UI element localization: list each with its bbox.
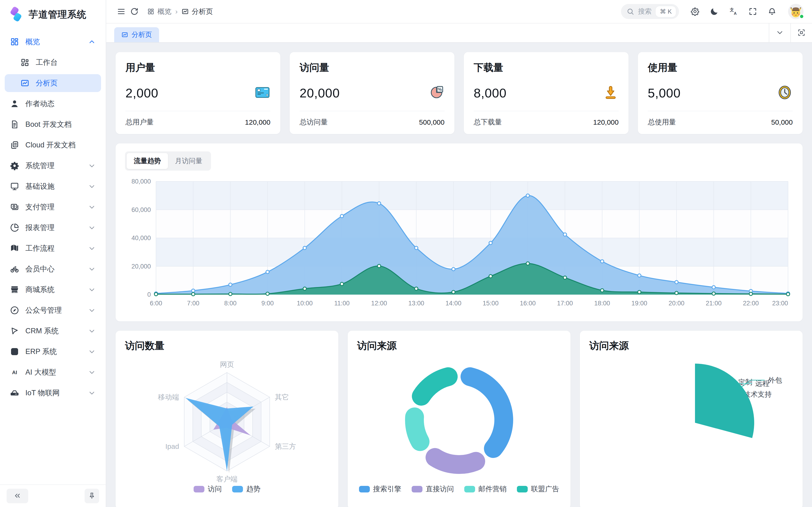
chevron-down-icon — [88, 244, 96, 252]
sidebar-item-label: 作者动态 — [26, 99, 96, 109]
dark-mode-button[interactable] — [708, 5, 721, 18]
logo-row[interactable]: 芋道管理系统 — [0, 0, 106, 27]
sidebar-item-gear[interactable]: 系统管理 — [5, 157, 101, 175]
svg-text:21:00: 21:00 — [706, 300, 722, 307]
chevron-down-icon — [88, 224, 96, 232]
sidebar-item-iot[interactable]: IoT 物联网 — [5, 384, 101, 402]
legend-item[interactable]: 直接访问 — [412, 484, 454, 494]
sidebar-footer — [0, 485, 106, 507]
svg-text:6:00: 6:00 — [150, 300, 162, 307]
tab-traffic-trend[interactable]: 流量趋势 — [126, 153, 168, 169]
panel-title: 访问来源 — [357, 339, 561, 352]
file-icon — [10, 120, 19, 129]
sidebar-item-payment[interactable]: 支付管理 — [5, 198, 101, 216]
stat-footer-value: 120,000 — [245, 118, 270, 126]
sidebar-item-label: 支付管理 — [26, 202, 88, 212]
sidebar-item-user[interactable]: 作者动态 — [5, 95, 101, 113]
sidebar-item-store[interactable]: 商城系统 — [5, 281, 101, 298]
legend-item[interactable]: 搜索引擎 — [359, 484, 401, 494]
sidebar-item-monitor[interactable]: 基础设施 — [5, 177, 101, 195]
sidebar-item-files[interactable]: Cloud 开发文档 — [5, 136, 101, 154]
legend-label: 访问 — [208, 484, 222, 494]
svg-text:移动端: 移动端 — [158, 393, 179, 401]
svg-text:19:00: 19:00 — [631, 300, 647, 307]
sidebar-collapse-button[interactable] — [7, 489, 28, 503]
legend-item[interactable]: 联盟广告 — [517, 484, 559, 494]
stat-title: 下载量 — [474, 61, 619, 74]
breadcrumb-item-analysis[interactable]: 分析页 — [182, 7, 213, 16]
sidebar-item-dashboard[interactable]: 概览 — [5, 33, 101, 51]
monitor-icon — [10, 182, 19, 191]
sidebar-toggle-button[interactable] — [115, 5, 128, 18]
legend-swatch — [412, 486, 422, 493]
chevron-down-icon — [88, 162, 96, 170]
legend-label: 联盟广告 — [531, 484, 559, 494]
tab-analysis[interactable]: 分析页 — [114, 27, 159, 42]
svg-text:16:00: 16:00 — [520, 300, 536, 307]
traffic-trend-card: 流量趋势 月访问量 020,00040,00060,00080,0006:007… — [116, 144, 803, 321]
svg-text:客户端: 客户端 — [216, 475, 238, 483]
chevron-down-icon — [88, 265, 96, 273]
search-input[interactable]: 搜索 ⌘ K — [621, 4, 679, 19]
legend-swatch — [359, 486, 370, 493]
breadcrumb-item-overview[interactable]: 概览 — [147, 7, 171, 16]
app-logo-icon — [8, 7, 23, 22]
traffic-trend-chart: 020,00040,00060,00080,0006:007:008:009:0… — [125, 175, 793, 316]
refresh-icon — [130, 7, 139, 16]
chart-line-icon — [121, 31, 128, 38]
erp-icon: E — [10, 347, 19, 356]
stat-footer-label: 总访问量 — [300, 117, 328, 127]
svg-text:12:00: 12:00 — [371, 300, 387, 307]
sidebar-item-label: Cloud 开发文档 — [26, 140, 96, 150]
sidebar-item-workbench[interactable]: 工作台 — [5, 54, 101, 71]
svg-text:远程: 远程 — [755, 380, 769, 387]
stat-footer-label: 总用户量 — [125, 117, 154, 127]
svg-text:20:00: 20:00 — [669, 300, 684, 307]
svg-text:8:00: 8:00 — [224, 300, 237, 307]
content-fullscreen-button[interactable] — [791, 23, 812, 42]
trend-segmented-control: 流量趋势 月访问量 — [125, 151, 211, 171]
legend-label: 直接访问 — [426, 484, 454, 494]
pie-percent-icon: % — [428, 84, 445, 101]
settings-button[interactable] — [689, 5, 702, 18]
language-button[interactable]: 文A — [727, 5, 740, 18]
legend-item[interactable]: 趋势 — [232, 484, 260, 494]
gear-icon — [10, 161, 19, 170]
app-root: 芋道管理系统 概览工作台分析页作者动态Boot 开发文档Cloud 开发文档系统… — [0, 0, 812, 507]
fullscreen-button[interactable] — [746, 5, 759, 18]
legend-item[interactable]: 邮件营销 — [464, 484, 507, 494]
svg-text:18:00: 18:00 — [594, 300, 610, 307]
analysis-icon — [20, 78, 30, 88]
stat-card-2: 下载量8,000总下载量120,000 — [464, 52, 628, 134]
chevron-down-icon — [775, 29, 784, 37]
visit-count-radar-chart: 网页其它第三方客户端Ipad移动端 — [125, 352, 329, 484]
page-content: 用户量2,000总用户量120,000访问量20,000%总访问量500,000… — [106, 43, 812, 507]
tab-list-dropdown-button[interactable] — [769, 23, 791, 42]
sidebar-item-report[interactable]: 报表管理 — [5, 219, 101, 237]
sidebar-item-ai[interactable]: AIAI 大模型 — [5, 363, 101, 381]
legend-swatch — [464, 486, 475, 493]
svg-text:外包: 外包 — [768, 376, 782, 384]
sidebar-pin-button[interactable] — [85, 489, 99, 503]
notifications-button[interactable] — [765, 5, 779, 18]
sidebar-item-workflow[interactable]: 工作流程 — [5, 239, 101, 257]
chevrons-left-icon — [13, 492, 21, 500]
sidebar-item-label: 基础设施 — [26, 181, 88, 191]
sidebar-item-erp[interactable]: EERP 系统 — [5, 343, 101, 360]
sidebar-item-compass[interactable]: 公众号管理 — [5, 301, 101, 319]
sidebar-item-crm[interactable]: CRM 系统 — [5, 322, 101, 340]
svg-text:17:00: 17:00 — [557, 300, 573, 307]
svg-text:7:00: 7:00 — [187, 300, 199, 307]
stat-value: 2,000 — [125, 86, 158, 100]
svg-text:20,000: 20,000 — [131, 263, 151, 270]
sidebar-item-analysis[interactable]: 分析页 — [5, 74, 101, 92]
sidebar-item-file[interactable]: Boot 开发文档 — [5, 115, 101, 133]
sidebar-item-label: 分析页 — [36, 78, 96, 88]
files-icon — [10, 140, 19, 150]
sidebar-item-bike[interactable]: 会员中心 — [5, 260, 101, 278]
tab-monthly-visits[interactable]: 月访问量 — [168, 153, 209, 169]
refresh-button[interactable] — [128, 5, 141, 18]
user-avatar[interactable] — [788, 4, 804, 19]
svg-text:23:00: 23:00 — [772, 300, 788, 307]
legend-item[interactable]: 访问 — [194, 484, 222, 494]
